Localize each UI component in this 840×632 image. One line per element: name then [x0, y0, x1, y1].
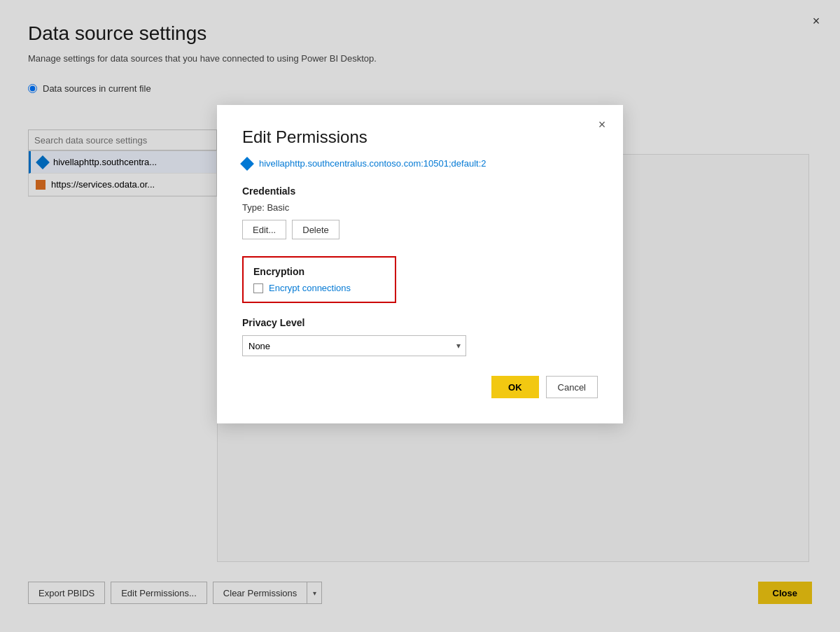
credentials-label: Credentials — [242, 185, 598, 197]
modal-overlay: × Edit Permissions hivellaphttp.southcen… — [0, 0, 840, 632]
privacy-level-select[interactable]: None Public Organizational Private — [242, 335, 466, 356]
edit-credential-button[interactable]: Edit... — [242, 220, 286, 239]
delete-credential-button[interactable]: Delete — [292, 220, 340, 239]
modal-close-button[interactable]: × — [592, 115, 612, 134]
encrypt-connections-row: Encrypt connections — [253, 283, 385, 293]
ok-button[interactable]: OK — [491, 376, 539, 398]
modal-datasource-url: hivellaphttp.southcentralus.contoso.com:… — [259, 158, 486, 169]
encryption-section: Encryption Encrypt connections — [242, 256, 396, 303]
modal-footer: OK Cancel — [242, 376, 598, 398]
modal-diamond-icon — [240, 157, 254, 171]
cancel-button[interactable]: Cancel — [546, 376, 598, 398]
encryption-title: Encryption — [253, 266, 385, 277]
modal-datasource-row: hivellaphttp.southcentralus.contoso.com:… — [242, 158, 598, 169]
credentials-buttons: Edit... Delete — [242, 220, 598, 239]
privacy-level-section: Privacy Level None Public Organizational… — [242, 317, 598, 356]
privacy-select-wrapper: None Public Organizational Private — [242, 335, 466, 356]
edit-permissions-modal: × Edit Permissions hivellaphttp.southcen… — [217, 105, 623, 423]
modal-title: Edit Permissions — [242, 127, 598, 147]
encrypt-connections-checkbox[interactable] — [253, 283, 263, 293]
privacy-level-title: Privacy Level — [242, 317, 598, 328]
credentials-type: Type: Basic — [242, 202, 598, 213]
encrypt-connections-label[interactable]: Encrypt connections — [269, 283, 351, 293]
